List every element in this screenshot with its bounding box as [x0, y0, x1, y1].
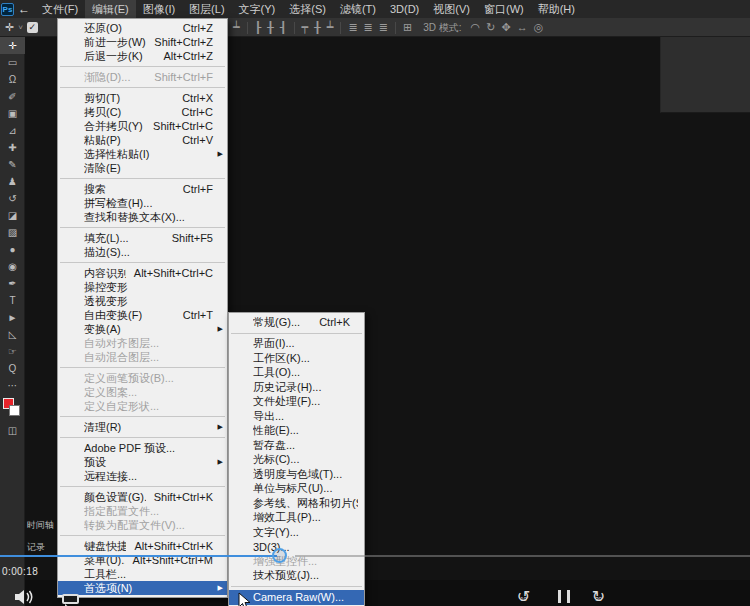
menu-item[interactable]: 前进一步(W)Shift+Ctrl+Z — [58, 35, 227, 49]
gradient-tool[interactable]: ▨ — [0, 224, 25, 241]
menu-item[interactable]: 指定配置文件... — [58, 504, 227, 518]
type-tool[interactable]: T — [0, 292, 25, 309]
eraser-tool[interactable]: ◪ — [0, 207, 25, 224]
shape-tool[interactable]: ◺ — [0, 326, 25, 343]
rewind-10-button[interactable]: ↺ 10 — [515, 589, 532, 605]
video-progress-bar[interactable] — [0, 555, 750, 557]
menu-item[interactable]: 清理(R)▶ — [58, 420, 227, 434]
brush-tool[interactable]: ✎ — [0, 156, 25, 173]
back-arrow-icon[interactable]: ← — [18, 0, 30, 18]
menu-item[interactable]: 单位与标尺(U)... — [229, 482, 364, 497]
auto-select-checkbox[interactable]: ✓ — [27, 22, 38, 33]
menu-item[interactable]: 透视变形 — [58, 294, 227, 308]
menubar-item[interactable]: 文字(Y) — [232, 0, 283, 18]
menu-item[interactable]: 还原(O)Ctrl+Z — [58, 21, 227, 35]
menu-item[interactable]: 技术预览(J)... — [229, 569, 364, 584]
menu-item[interactable]: 性能(E)... — [229, 424, 364, 439]
menu-item[interactable]: 搜索Ctrl+F — [58, 182, 227, 196]
align-vertical-centers-icon[interactable]: ╂ — [311, 18, 324, 37]
menu-item[interactable]: 首选项(N)▶ — [58, 581, 227, 595]
align-bottom-edges-2-icon[interactable]: ┷ — [324, 18, 337, 37]
distribute-left-edges-icon[interactable]: ≣ — [345, 18, 360, 37]
menubar-item[interactable]: 窗口(W) — [477, 0, 531, 18]
3d-orbit-icon[interactable]: ◠ — [468, 18, 484, 37]
menu-item[interactable]: 剪切(T)Ctrl+X — [58, 91, 227, 105]
menubar-item[interactable]: 编辑(E) — [85, 0, 136, 18]
menu-item[interactable]: 文字(Y)... — [229, 525, 364, 540]
menu-item[interactable]: 预设▶ — [58, 455, 227, 469]
collapsed-panel-dock[interactable] — [660, 37, 750, 113]
menu-item[interactable]: 键盘快捷键...Alt+Shift+Ctrl+K — [58, 539, 227, 553]
menu-item[interactable]: 内容识别缩放Alt+Shift+Ctrl+C — [58, 266, 227, 280]
path-selection-tool[interactable]: ► — [0, 309, 25, 326]
menu-item[interactable]: 操控变形 — [58, 280, 227, 294]
screen-mode-icon[interactable]: ◫ — [0, 422, 25, 439]
menu-item[interactable]: 工作区(K)... — [229, 351, 364, 366]
align-horizontal-centers-icon[interactable]: ╂ — [264, 18, 277, 37]
menu-item[interactable]: 选择性粘贴(I)▶ — [58, 147, 227, 161]
menu-item[interactable]: 粘贴(P)Ctrl+V — [58, 133, 227, 147]
menu-item[interactable]: 自动对齐图层... — [58, 336, 227, 350]
align-bottom-edges-icon[interactable]: ┷ — [230, 18, 243, 37]
move-tool[interactable]: ✛ — [0, 37, 25, 54]
menu-item[interactable]: 描边(S)... — [58, 245, 227, 259]
menu-item[interactable]: 暂存盘... — [229, 438, 364, 453]
align-left-edges-icon[interactable]: ┠ — [252, 18, 265, 37]
crop-tool[interactable]: ▣ — [0, 105, 25, 122]
dodge-tool[interactable]: ◉ — [0, 258, 25, 275]
history-brush-tool[interactable]: ↺ — [0, 190, 25, 207]
menu-item[interactable]: 自动混合图层... — [58, 350, 227, 364]
menu-item[interactable]: 工具栏... — [58, 567, 227, 581]
speaker-icon[interactable] — [15, 589, 35, 606]
edit-toolbar-button[interactable]: ⋯ — [0, 377, 25, 394]
timeline-tab-label[interactable]: 时间轴 — [27, 519, 54, 532]
menu-item[interactable]: 拷贝(C)Ctrl+C — [58, 105, 227, 119]
menu-item[interactable]: 导出... — [229, 409, 364, 424]
pen-tool[interactable]: ✒ — [0, 275, 25, 292]
chevron-down-icon[interactable]: ˅ — [18, 23, 23, 32]
menubar-item[interactable]: 文件(F) — [35, 0, 85, 18]
align-top-edges-icon[interactable]: ┯ — [299, 18, 312, 37]
menubar-item[interactable]: 图像(I) — [136, 0, 182, 18]
background-color-swatch[interactable] — [9, 405, 20, 416]
menu-item[interactable]: 清除(E) — [58, 161, 227, 175]
menu-item[interactable]: 定义画笔预设(B)... — [58, 371, 227, 385]
menu-item[interactable]: 定义自定形状... — [58, 399, 227, 413]
menubar-item[interactable]: 图层(L) — [182, 0, 231, 18]
menu-item[interactable]: 后退一步(K)Alt+Ctrl+Z — [58, 49, 227, 63]
menu-item[interactable]: 转换为配置文件(V)... — [58, 518, 227, 532]
lasso-tool[interactable]: Ω — [0, 71, 25, 88]
menubar-item[interactable]: 帮助(H) — [531, 0, 582, 18]
clone-stamp-tool[interactable]: ♟ — [0, 173, 25, 190]
menu-item[interactable]: 参考线、网格和切片(S)... — [229, 496, 364, 511]
healing-brush-tool[interactable]: ✚ — [0, 139, 25, 156]
eyedropper-tool[interactable]: ⊿ — [0, 122, 25, 139]
menu-item[interactable]: 定义图案... — [58, 385, 227, 399]
pause-button[interactable] — [558, 590, 570, 603]
menu-item[interactable]: 界面(I)... — [229, 337, 364, 352]
menu-item[interactable]: 填充(L)...Shift+F5 — [58, 231, 227, 245]
menu-item[interactable]: 增效工具(P)... — [229, 511, 364, 526]
menu-item[interactable]: 变换(A)▶ — [58, 322, 227, 336]
marquee-tool[interactable]: ▭ — [0, 54, 25, 71]
distribute-spacing-icon[interactable]: ⊞ — [400, 18, 415, 37]
3d-roll-icon[interactable]: ↻ — [483, 18, 498, 37]
hand-tool[interactable]: ☞ — [0, 343, 25, 360]
menu-item[interactable]: 远程连接... — [58, 469, 227, 483]
menu-item[interactable]: 查找和替换文本(X)... — [58, 210, 227, 224]
menu-item[interactable]: 常规(G)...Ctrl+K — [229, 315, 364, 330]
menubar-item[interactable]: 3D(D) — [383, 0, 426, 18]
menubar-item[interactable]: 视图(V) — [426, 0, 477, 18]
menu-item[interactable]: 合并拷贝(Y)Shift+Ctrl+C — [58, 119, 227, 133]
quick-selection-tool[interactable]: ✐ — [0, 88, 25, 105]
distribute-vertical-centers-icon[interactable]: ≣ — [361, 18, 376, 37]
menu-item[interactable]: 自由变换(F)Ctrl+T — [58, 308, 227, 322]
forward-30-button[interactable]: ↻ 30 — [590, 589, 607, 605]
menubar-item[interactable]: 滤镜(T) — [333, 0, 383, 18]
distribute-right-edges-icon[interactable]: ≣ — [376, 18, 391, 37]
progress-playhead-ring[interactable] — [272, 548, 287, 563]
blur-tool[interactable]: ● — [0, 241, 25, 258]
menu-item[interactable]: 拼写检查(H)... — [58, 196, 227, 210]
menu-item[interactable]: 颜色设置(G)...Shift+Ctrl+K — [58, 490, 227, 504]
menu-item[interactable]: Adobe PDF 预设... — [58, 441, 227, 455]
